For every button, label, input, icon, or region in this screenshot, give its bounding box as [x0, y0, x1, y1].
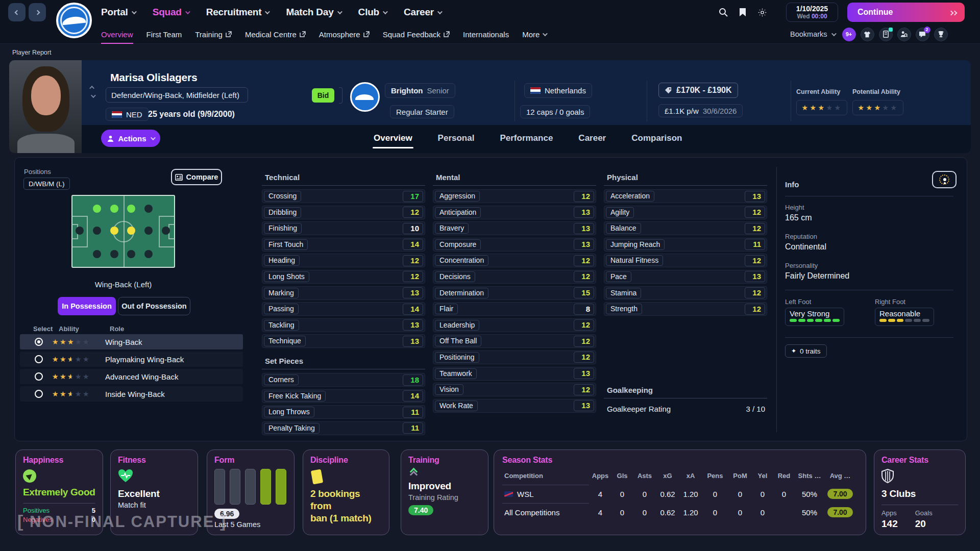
season-stat-cell: 50%: [795, 503, 824, 521]
current-ability-stars: ★★★★★★★★★★: [796, 100, 847, 115]
club-crest-logo[interactable]: [56, 3, 92, 38]
tab-personal[interactable]: Personal: [437, 130, 476, 151]
nav-item-portal[interactable]: Portal: [101, 7, 135, 18]
social-badge-icon[interactable]: 2: [916, 28, 929, 41]
subnav-item-overview[interactable]: Overview: [101, 24, 133, 44]
role-row[interactable]: ★★★★★★★★★★Playmaking Wing-Back: [20, 352, 243, 367]
forward-button[interactable]: [29, 3, 46, 21]
role-ability-stars: ★★★★★★★★★★: [52, 372, 99, 381]
role-radio[interactable]: [35, 390, 43, 398]
role-radio[interactable]: [35, 338, 43, 346]
season-col-header: xA: [679, 465, 702, 485]
left-foot-value: Very Strong: [790, 309, 840, 318]
continue-button[interactable]: Continue: [847, 3, 965, 22]
tab-performance[interactable]: Performance: [499, 130, 554, 151]
nav-item-recruitment[interactable]: Recruitment: [206, 7, 269, 18]
netherlands-flag-icon: [112, 111, 122, 118]
kit-badge-icon[interactable]: [861, 28, 874, 41]
nav-item-match-day[interactable]: Match Day: [286, 7, 340, 18]
attribute-value: 15: [574, 287, 594, 298]
attribute-row: Dribbling12: [262, 206, 425, 219]
notes-badge-icon[interactable]: [879, 28, 893, 41]
nav-item-squad[interactable]: Squad: [153, 7, 189, 18]
training-value: Improved: [408, 481, 481, 492]
club-chip[interactable]: Brighton Senior: [385, 83, 455, 98]
attribute-row: Acceleration13: [604, 189, 767, 203]
tab-comparison[interactable]: Comparison: [630, 130, 683, 151]
role-row[interactable]: ★★★★★★★★★★Wing-Back: [20, 334, 243, 349]
fitness-value: Excellent: [118, 488, 190, 499]
nation-chip[interactable]: Netherlands: [524, 83, 592, 98]
subnav-item-atmosphere[interactable]: Atmosphere: [319, 24, 370, 44]
wage-contract-chip: £1.1K p/w 30/6/2026: [658, 104, 743, 117]
game-date[interactable]: 1/10/2025 Wed 00:00: [786, 3, 838, 22]
subnav-item-more[interactable]: More: [522, 24, 546, 44]
attribute-row: Finishing10: [262, 221, 425, 235]
divider: [604, 185, 767, 186]
subnav-item-first-team[interactable]: First Team: [146, 24, 182, 44]
technical-column: Technical Crossing17Dribbling12Finishing…: [262, 158, 428, 442]
subnav-item-squad-feedback[interactable]: Squad Feedback: [383, 24, 450, 44]
attribute-row: Long Shots12: [262, 270, 425, 284]
left-foot-meter: [790, 319, 840, 322]
transfer-value-chip[interactable]: £170K - £190K: [658, 83, 738, 98]
in-possession-toggle[interactable]: In Possession: [58, 297, 116, 315]
season-competition-cell[interactable]: All Competitions: [502, 503, 589, 521]
role-row[interactable]: ★★★★★★★★★★Inside Wing-Back: [20, 386, 243, 402]
back-button[interactable]: [8, 3, 26, 21]
subnav-item-training[interactable]: Training: [195, 24, 232, 44]
season-competition-cell[interactable]: WSL: [502, 485, 589, 503]
count-badge-icon[interactable]: 9+: [842, 28, 856, 41]
season-stat-cell: 0: [728, 503, 752, 521]
star-icon: ★★: [75, 338, 83, 345]
subnav-item-medical-centre[interactable]: Medical Centre: [245, 24, 306, 44]
personality-label: Personality: [785, 262, 849, 269]
attribute-row: Bravery13: [433, 221, 596, 235]
nav-item-club[interactable]: Club: [358, 7, 386, 18]
attribute-name-chip: Natural Fitness: [606, 255, 663, 266]
nationality-chip[interactable]: NED: [106, 108, 149, 121]
compare-button[interactable]: Compare: [171, 169, 222, 185]
nav-item-career[interactable]: Career: [404, 7, 441, 18]
attribute-radar-button[interactable]: [932, 171, 957, 188]
star-icon: ★★: [75, 356, 83, 363]
chevron-up-icon[interactable]: [89, 86, 94, 91]
search-icon[interactable]: [719, 8, 728, 17]
subnav-item-internationals[interactable]: Internationals: [463, 24, 509, 44]
photo-face: [31, 76, 61, 115]
subnav-item-label: Atmosphere: [319, 30, 360, 39]
out-of-possession-toggle[interactable]: Out of Possession: [118, 297, 190, 315]
technical-header: Technical: [265, 173, 300, 182]
nav-item-label: Squad: [153, 7, 182, 18]
chevron-down-icon: [132, 9, 137, 14]
role-radio[interactable]: [35, 355, 43, 363]
bookmarks-dropdown[interactable]: Bookmarks: [790, 30, 835, 38]
awards-badge-icon[interactable]: [934, 28, 948, 41]
role-row[interactable]: ★★★★★★★★★★Advanced Wing-Back: [20, 369, 243, 384]
gear-icon[interactable]: [757, 8, 767, 17]
traits-button[interactable]: ✦ 0 traits: [785, 344, 827, 358]
playing-status-chip[interactable]: Regular Starter: [390, 105, 454, 118]
chevron-down-icon[interactable]: [91, 93, 96, 98]
mental-column: Mental Aggression12Anticipation13Bravery…: [433, 158, 599, 442]
external-link-icon: [226, 31, 232, 37]
attribute-row: Decisions12: [433, 270, 596, 284]
attribute-row: Off The Ball12: [433, 334, 596, 348]
actions-button[interactable]: Actions: [101, 130, 160, 147]
bid-button[interactable]: Bid: [312, 88, 334, 103]
overview-panel: Positions D/WB/M (L) Compare Wing-Back (…: [14, 157, 967, 441]
reputation-field: Reputation Continental: [785, 233, 826, 252]
compare-label: Compare: [186, 173, 218, 181]
tab-overview[interactable]: Overview: [373, 130, 413, 151]
player-positions[interactable]: Defender/Wing-Back, Midfielder (Left): [106, 87, 248, 103]
bookmark-icon[interactable]: [739, 8, 746, 17]
divider: [785, 290, 953, 290]
scouting-badge-icon[interactable]: [897, 28, 911, 41]
positions-label: Positions: [24, 168, 51, 176]
foot-segment: [922, 319, 929, 322]
role-radio[interactable]: [35, 372, 43, 381]
tab-career[interactable]: Career: [577, 130, 607, 151]
reputation-label: Reputation: [785, 233, 826, 240]
info-header: Info: [785, 180, 799, 189]
club-crest-small[interactable]: [350, 82, 380, 112]
